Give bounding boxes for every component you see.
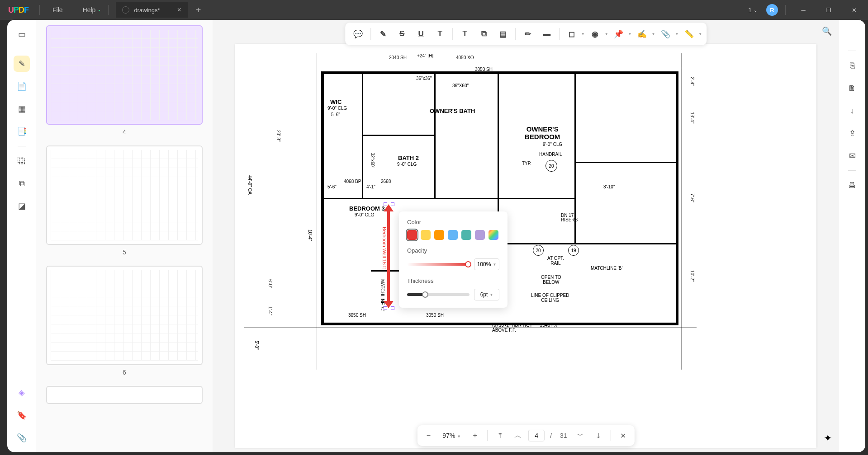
slider-handle[interactable] bbox=[422, 291, 428, 298]
signature-tool-icon[interactable]: ✍ bbox=[634, 25, 651, 42]
dim-label: 1'-4" bbox=[268, 306, 273, 315]
label: HANDRAIL bbox=[539, 152, 562, 157]
attachment-icon[interactable]: 📎 bbox=[14, 430, 30, 446]
thumbnail-page-5[interactable] bbox=[46, 145, 203, 245]
measure-tool-icon[interactable]: 📏 bbox=[680, 25, 697, 42]
highlight-tool-icon[interactable]: ✎ bbox=[375, 25, 392, 42]
underline-tool-icon[interactable]: U bbox=[413, 25, 430, 42]
right-sidebar: ⎘ 🗎 ↓ ⇪ ✉ 🖶 bbox=[839, 20, 865, 452]
window-count[interactable]: 1 ⌄ bbox=[744, 6, 762, 14]
minimize-button[interactable]: ─ bbox=[793, 3, 814, 17]
dim-label: 6'-0" bbox=[268, 279, 273, 288]
prev-page-button[interactable]: ︿ bbox=[510, 428, 526, 443]
zoom-out-button[interactable]: − bbox=[421, 428, 436, 443]
opacity-value[interactable]: 100%▼ bbox=[474, 258, 499, 270]
textbox-tool-icon[interactable]: ⧉ bbox=[475, 25, 493, 42]
note-tool-icon[interactable]: 💬 bbox=[350, 25, 367, 42]
last-page-button[interactable]: ⤓ bbox=[591, 428, 606, 443]
chevron-down-icon[interactable]: ▼ bbox=[652, 32, 655, 36]
reader-mode-icon[interactable]: ▭ bbox=[14, 26, 30, 42]
dim-label: 9'-0" CLG bbox=[327, 106, 347, 111]
color-red[interactable] bbox=[407, 230, 417, 240]
edit-pdf-icon[interactable]: 📄 bbox=[14, 78, 30, 94]
pencil-tool-icon[interactable]: ✏ bbox=[519, 25, 536, 42]
chevron-down-icon[interactable]: ▼ bbox=[628, 32, 632, 36]
callout-tool-icon[interactable]: ▤ bbox=[494, 25, 512, 42]
bookmark-icon[interactable]: 🔖 bbox=[14, 407, 30, 423]
redact-icon[interactable]: ◪ bbox=[14, 198, 30, 214]
new-tab-button[interactable]: + bbox=[196, 5, 201, 15]
document-tab[interactable]: drawings* × bbox=[116, 2, 187, 18]
email-icon[interactable]: ✉ bbox=[844, 148, 860, 164]
close-nav-button[interactable]: ✕ bbox=[616, 428, 631, 443]
ai-assistant-icon[interactable]: ✦ bbox=[824, 432, 832, 444]
zoom-level[interactable]: 97% ▼ bbox=[439, 432, 465, 439]
dim-label: 2040 FX bbox=[540, 323, 557, 328]
thickness-value[interactable]: 6pt▼ bbox=[474, 289, 499, 300]
menu-file[interactable]: File bbox=[43, 6, 73, 14]
attach-tool-icon[interactable]: 📎 bbox=[657, 25, 674, 42]
thumbnail-page-6[interactable] bbox=[46, 266, 203, 365]
divider bbox=[559, 28, 560, 40]
thickness-label: Thickness bbox=[407, 277, 499, 284]
share-icon[interactable]: ⇪ bbox=[844, 125, 860, 141]
layers-icon[interactable]: ◈ bbox=[14, 385, 30, 401]
room-label: WIC bbox=[330, 99, 342, 105]
zoom-in-button[interactable]: + bbox=[467, 428, 483, 443]
document-page[interactable]: WIC 9'-0" CLG 5'-6" OWNER'S BATH BATH 2 … bbox=[235, 44, 816, 448]
color-orange[interactable] bbox=[434, 230, 444, 240]
fill-sign-icon[interactable]: 📑 bbox=[14, 123, 30, 140]
page-input[interactable] bbox=[528, 430, 545, 441]
comment-tool-icon[interactable]: ✎ bbox=[14, 56, 30, 72]
properties-panel: Color Opacity 100%▼ Thickn bbox=[399, 211, 508, 308]
close-button[interactable]: ✕ bbox=[844, 3, 864, 17]
export-icon[interactable]: ⎘ bbox=[844, 57, 860, 74]
chevron-down-icon[interactable]: ▼ bbox=[605, 32, 608, 36]
shape-tool-icon[interactable]: ◻ bbox=[563, 25, 580, 42]
opacity-label: Opacity bbox=[407, 247, 499, 254]
color-purple[interactable] bbox=[475, 230, 485, 240]
thumbnail-panel[interactable]: 4 5 6 bbox=[36, 20, 213, 452]
thumbnail-page-4[interactable] bbox=[46, 25, 203, 125]
color-yellow[interactable] bbox=[421, 230, 431, 240]
tab-close-icon[interactable]: × bbox=[177, 6, 181, 14]
room-label: OWNER'S BATH bbox=[430, 108, 475, 114]
label: LINE OF CLIPPEDCEILING bbox=[531, 293, 569, 303]
maximize-button[interactable]: ❐ bbox=[818, 3, 839, 17]
selection-handle[interactable] bbox=[384, 306, 387, 310]
arrow-line bbox=[387, 209, 390, 304]
eraser-tool-icon[interactable]: ▬ bbox=[538, 25, 555, 42]
organize-pages-icon[interactable]: ▦ bbox=[14, 101, 30, 117]
selection-handle[interactable] bbox=[391, 306, 394, 310]
menu-help[interactable]: Help• bbox=[73, 6, 106, 14]
text-tool-icon[interactable]: T bbox=[456, 25, 474, 42]
user-avatar[interactable]: R bbox=[766, 4, 778, 16]
chevron-down-icon[interactable]: ▼ bbox=[581, 32, 585, 36]
chevron-down-icon[interactable]: ▼ bbox=[698, 32, 702, 36]
crop-icon[interactable]: ⧉ bbox=[14, 175, 30, 192]
color-teal[interactable] bbox=[461, 230, 471, 240]
color-blue[interactable] bbox=[448, 230, 458, 240]
convert-icon[interactable]: 🗎 bbox=[844, 80, 860, 96]
app-logo: UPDF bbox=[0, 5, 37, 15]
color-picker[interactable] bbox=[489, 230, 498, 240]
compress-icon[interactable]: ↓ bbox=[844, 103, 860, 119]
ocr-icon[interactable]: ⿻ bbox=[14, 153, 30, 169]
selection-handle[interactable] bbox=[391, 202, 394, 206]
print-icon[interactable]: 🖶 bbox=[844, 177, 860, 193]
next-page-button[interactable]: ﹀ bbox=[573, 428, 588, 443]
stamp-tool-icon[interactable]: 📌 bbox=[610, 25, 627, 42]
sticker-tool-icon[interactable]: ◉ bbox=[587, 25, 604, 42]
strikethrough-tool-icon[interactable]: S bbox=[394, 25, 411, 42]
search-icon[interactable]: 🔍 bbox=[822, 26, 832, 36]
thickness-slider[interactable] bbox=[407, 293, 470, 296]
room-label: BATH 2 bbox=[398, 155, 419, 161]
slider-handle[interactable] bbox=[465, 261, 471, 267]
first-page-button[interactable]: ⤒ bbox=[492, 428, 508, 443]
thumbnail-page-7[interactable] bbox=[46, 386, 203, 404]
opacity-slider[interactable] bbox=[407, 263, 470, 266]
selection-handle[interactable] bbox=[384, 202, 387, 206]
squiggly-tool-icon[interactable]: T bbox=[432, 25, 449, 42]
chevron-down-icon[interactable]: ▼ bbox=[675, 32, 678, 36]
label: TYP. bbox=[522, 161, 531, 166]
